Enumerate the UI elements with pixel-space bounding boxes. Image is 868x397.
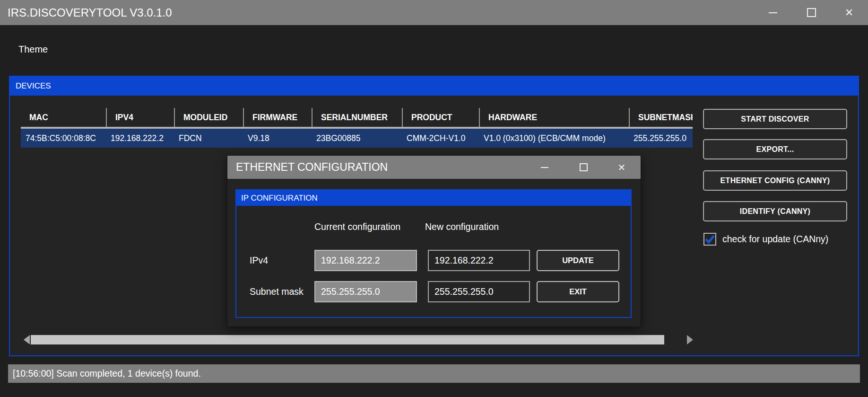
window-titlebar: IRS.DISCOVERYTOOL V3.0.1.0 ✕ xyxy=(0,0,868,25)
start-discover-button[interactable]: START DISCOVER xyxy=(703,109,847,129)
dialog-title: ETHERNET CONFIGURATION xyxy=(236,156,388,179)
update-button[interactable]: UPDATE xyxy=(537,250,619,271)
cell-firmware: V9.18 xyxy=(243,129,312,148)
table-row[interactable]: 74:5B:C5:00:08:8C 192.168.222.2 FDCN V9.… xyxy=(21,129,693,148)
ip-configuration-group-title: IP CONFIGURATION xyxy=(236,190,631,206)
cell-mac: 74:5B:C5:00:08:8C xyxy=(21,129,106,148)
ip-configuration-group: IP CONFIGURATION Current configuration N… xyxy=(235,189,632,318)
devices-panel-title: DEVICES xyxy=(10,77,858,96)
scrollbar-right-arrow-icon[interactable] xyxy=(687,335,693,344)
column-header-hardware[interactable]: HARDWARE xyxy=(479,108,629,127)
ethernet-configuration-dialog: ETHERNET CONFIGURATION ✕ IP CONFIGURATIO… xyxy=(227,155,641,327)
devices-table: MAC IPV4 MODULEID FIRMWARE SERIALNUMBER … xyxy=(21,108,693,148)
column-header-subnetmask[interactable]: SUBNETMASK xyxy=(629,108,693,127)
minimize-icon xyxy=(541,167,548,168)
column-header-product[interactable]: PRODUCT xyxy=(402,108,479,127)
window-close-button[interactable]: ✕ xyxy=(838,0,860,25)
cell-product: CMM-2CH-V1.0 xyxy=(402,129,479,148)
maximize-icon xyxy=(580,163,588,171)
exit-button[interactable]: EXIT xyxy=(537,281,619,302)
check-for-update-label[interactable]: check for update (CANny) xyxy=(722,233,828,246)
dialog-minimize-button[interactable] xyxy=(534,156,555,179)
scrollbar-left-arrow-icon[interactable] xyxy=(24,335,30,344)
devices-table-header: MAC IPV4 MODULEID FIRMWARE SERIALNUMBER … xyxy=(21,108,693,127)
subnet-current-field[interactable]: 255.255.255.0 xyxy=(314,281,417,302)
dialog-titlebar: ETHERNET CONFIGURATION ✕ xyxy=(227,156,641,179)
cell-moduleid: FDCN xyxy=(174,129,243,148)
column-header-mac[interactable]: MAC xyxy=(21,108,106,127)
scrollbar-thumb[interactable] xyxy=(31,335,664,344)
column-header-serialnumber[interactable]: SERIALNUMBER xyxy=(312,108,402,127)
subnet-new-field[interactable]: 255.255.255.0 xyxy=(428,281,530,302)
dialog-maximize-button[interactable] xyxy=(573,156,594,179)
new-configuration-label: New configuration xyxy=(425,221,499,233)
identify-button[interactable]: IDENTIFY (CANNY) xyxy=(703,201,847,221)
cell-serialnumber: 23BG00885 xyxy=(312,129,402,148)
ipv4-current-field[interactable]: 192.168.222.2 xyxy=(314,250,417,271)
export-button[interactable]: EXPORT... xyxy=(703,139,847,159)
cell-subnetmask: 255.255.255.0 xyxy=(629,129,693,148)
ipv4-new-field[interactable]: 192.168.222.2 xyxy=(428,250,530,271)
maximize-icon xyxy=(807,8,816,17)
check-for-update-checkbox[interactable] xyxy=(703,233,716,246)
ethernet-config-button[interactable]: ETHERNET CONFIG (CANNY) xyxy=(703,170,847,191)
close-icon: ✕ xyxy=(618,162,626,173)
checkmark-icon xyxy=(704,233,715,245)
cell-ipv4: 192.168.222.2 xyxy=(106,129,174,148)
window-title: IRS.DISCOVERYTOOL V3.0.1.0 xyxy=(8,0,172,25)
ipv4-label: IPv4 xyxy=(250,250,268,271)
close-icon: ✕ xyxy=(845,7,853,19)
status-message: [10:56:00] Scan completed, 1 device(s) f… xyxy=(8,364,860,383)
status-bar: [10:56:00] Scan completed, 1 device(s) f… xyxy=(8,364,860,383)
dialog-close-button[interactable]: ✕ xyxy=(611,156,632,179)
subnet-mask-label: Subnet mask xyxy=(250,281,304,302)
current-configuration-label: Current configuration xyxy=(314,221,400,233)
window-maximize-button[interactable] xyxy=(800,0,822,25)
menu-item-theme[interactable]: Theme xyxy=(18,42,48,57)
cell-hardware: V1.0 (0x3100) (ECB/CMM mode) xyxy=(479,129,629,148)
window-minimize-button[interactable] xyxy=(762,0,784,25)
minimize-icon xyxy=(769,12,777,13)
column-header-firmware[interactable]: FIRMWARE xyxy=(243,108,312,127)
column-header-moduleid[interactable]: MODULEID xyxy=(174,108,243,127)
column-header-ipv4[interactable]: IPV4 xyxy=(106,108,174,127)
